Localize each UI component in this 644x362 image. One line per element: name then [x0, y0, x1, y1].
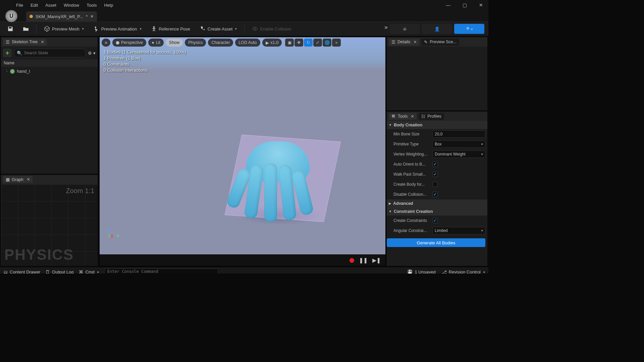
preview-animation-button[interactable]: Preview Animation ▾ [90, 24, 145, 34]
cmd-selector[interactable]: ⌘ Cmd ▾ [79, 269, 99, 274]
column-header[interactable]: Name [1, 59, 98, 67]
scale-tool-button[interactable]: ⤢ [313, 39, 322, 47]
min-bone-size-input[interactable]: 20,0 [432, 130, 485, 138]
output-log-button[interactable]: 🗒 Output Log [46, 269, 73, 274]
tools-panel: 🛠 Tools ✕ ☷ Profiles ▼Body Creation Min … [386, 111, 488, 266]
save-button[interactable] [4, 24, 17, 34]
reference-pose-button[interactable]: Reference Pose [148, 24, 194, 34]
close-button[interactable]: ✕ [476, 1, 486, 9]
console-command-input[interactable] [107, 269, 215, 274]
translate-tool-button[interactable]: ✥ [294, 39, 303, 47]
browse-button[interactable] [19, 24, 32, 34]
skeleton-search-input[interactable] [24, 51, 83, 55]
add-bone-button[interactable]: + [3, 49, 12, 57]
mode-mesh-button[interactable]: 👤 [422, 24, 452, 34]
create-constraints-checkbox[interactable] [432, 218, 438, 223]
panel-header: 🛠 Tools ✕ ☷ Profiles [387, 112, 487, 121]
perspective-button[interactable]: ⬣ Perspective [112, 39, 146, 47]
ue-logo[interactable]: U [5, 6, 17, 22]
record-button[interactable] [350, 258, 354, 263]
axis-y: Y [117, 234, 119, 238]
show-button[interactable]: Show [166, 39, 183, 47]
create-asset-button[interactable]: Create Asset ▾ [196, 24, 240, 34]
menu-tools[interactable]: Tools [87, 3, 97, 8]
console-input-wrapper[interactable] [104, 268, 218, 274]
chevron-down-icon: ▾ [483, 270, 485, 274]
close-icon[interactable]: ✕ [411, 114, 414, 119]
mode-physics-button[interactable]: ⚛ * [454, 24, 484, 34]
menu-help[interactable]: Help [104, 3, 113, 8]
preview-scene-tab[interactable]: ✎ Preview Sce... [421, 39, 459, 46]
physics-mode-icon: ⚛ * [466, 26, 473, 32]
settings-icon[interactable]: ⚙ ▾ [88, 51, 96, 56]
bone-row[interactable]: └ hand_l [4, 68, 95, 74]
preview-mesh-button[interactable]: Preview Mesh ▾ [41, 24, 87, 34]
lit-button[interactable]: ● Lit [148, 39, 164, 47]
profiles-icon: ☷ [421, 114, 425, 119]
viewport-overflow-button[interactable]: » [332, 39, 341, 47]
primitive-type-select[interactable]: Box▾ [432, 140, 485, 148]
document-tab[interactable]: SKM_MannyXR_left_P... * ✕ [26, 11, 97, 21]
menu-asset[interactable]: Asset [45, 3, 56, 8]
tools-tab[interactable]: 🛠 Tools ✕ [389, 113, 417, 120]
graph-tab[interactable]: ▦ Graph ✕ [3, 176, 33, 183]
profiles-tab[interactable]: ☷ Profiles [419, 113, 444, 120]
maximize-button[interactable]: ▢ [460, 1, 470, 9]
chevron-down-icon: ▾ [82, 27, 84, 31]
content-drawer-button[interactable]: 🗂 Content Drawer [3, 269, 40, 274]
constraint-creation-header[interactable]: ▼Constraint Creation [387, 207, 487, 216]
enable-collision-button[interactable]: Enable Collision [249, 24, 294, 34]
close-icon[interactable]: ✕ [414, 40, 417, 44]
prop-create-body: Create Body for... [387, 179, 487, 189]
viewport-menu-button[interactable]: ≡ [102, 39, 110, 47]
step-button[interactable]: ▶❚ [372, 257, 381, 263]
chevron-down-icon: ▾ [481, 153, 483, 156]
tab-close-icon[interactable]: ✕ [90, 14, 94, 19]
menu-window[interactable]: Window [64, 3, 79, 8]
toolbar-overflow-icon[interactable]: » [384, 24, 388, 34]
chevron-down-icon: ▾ [481, 229, 483, 232]
panel-header: ☰ Details ✕ ✎ Preview Sce... [387, 37, 487, 47]
viewport[interactable]: ≡ ⬣ Perspective ● Lit Show Physics Chara… [99, 37, 386, 266]
lod-button[interactable]: LOD Auto [235, 39, 260, 47]
physics-button[interactable]: Physics [185, 39, 206, 47]
tab-dirty-indicator: * [86, 14, 88, 19]
unsaved-indicator[interactable]: 💾 1 Unsaved [407, 269, 435, 274]
tools-title: Tools [398, 114, 408, 119]
rotate-tool-button[interactable]: ↻ [304, 39, 313, 47]
advanced-header[interactable]: ▶Advanced [387, 199, 487, 207]
body-creation-header[interactable]: ▼Body Creation [387, 121, 487, 129]
world-local-button[interactable]: 🌐 [323, 39, 331, 47]
auto-orient-checkbox[interactable] [432, 162, 438, 167]
pause-button[interactable]: ❚❚ [359, 257, 368, 263]
vertex-weighting-select[interactable]: Dominant Weight▾ [432, 150, 485, 158]
graph-canvas[interactable]: Zoom 1:1 PHYSICS [1, 184, 98, 266]
angular-constraint-select[interactable]: Limited▾ [432, 227, 485, 234]
tools-body: ▼Body Creation Min Bone Size 20,0 Primit… [387, 121, 487, 266]
graph-panel: ▦ Graph ✕ Zoom 1:1 PHYSICS [1, 175, 98, 266]
details-tab[interactable]: ☰ Details ✕ [389, 39, 419, 46]
menu-edit[interactable]: Edit [31, 3, 38, 8]
minimize-button[interactable]: — [443, 1, 453, 9]
create-body-checkbox[interactable] [432, 182, 438, 187]
close-icon[interactable]: ✕ [41, 40, 44, 44]
stat-primitives: 1 Primitive: (1 Box) [104, 55, 186, 61]
create-asset-icon [200, 26, 206, 32]
play-speed-button[interactable]: ▶ x1,0 [262, 39, 282, 47]
mode-skeleton-button[interactable]: ☠ [390, 24, 420, 34]
right-column: ☰ Details ✕ ✎ Preview Sce... 🛠 Tools ✕ [386, 36, 488, 267]
select-tool-button[interactable]: ▣ [285, 39, 294, 47]
output-log-label: Output Log [52, 269, 73, 274]
skeleton-tree-tab[interactable]: ☰ Skeleton Tree ✕ [3, 39, 47, 46]
center-column: ≡ ⬣ Perspective ● Lit Show Physics Chara… [99, 36, 386, 267]
walk-past-checkbox[interactable] [432, 172, 438, 177]
axis-x: X [110, 234, 113, 239]
close-icon[interactable]: ✕ [27, 177, 30, 182]
revision-control-button[interactable]: ⎇ Revision Control ▾ [442, 269, 485, 274]
skeleton-toolbar: + 🔍 ⚙ ▾ [1, 47, 98, 59]
character-button[interactable]: Character [208, 39, 233, 47]
skeleton-search[interactable]: 🔍 [14, 49, 86, 57]
generate-all-bodies-button[interactable]: Generate All Bodies [387, 238, 485, 247]
prop-angular-constraint: Angular Constrai... Limited▾ [387, 226, 487, 236]
disable-collision-checkbox[interactable] [432, 192, 438, 197]
